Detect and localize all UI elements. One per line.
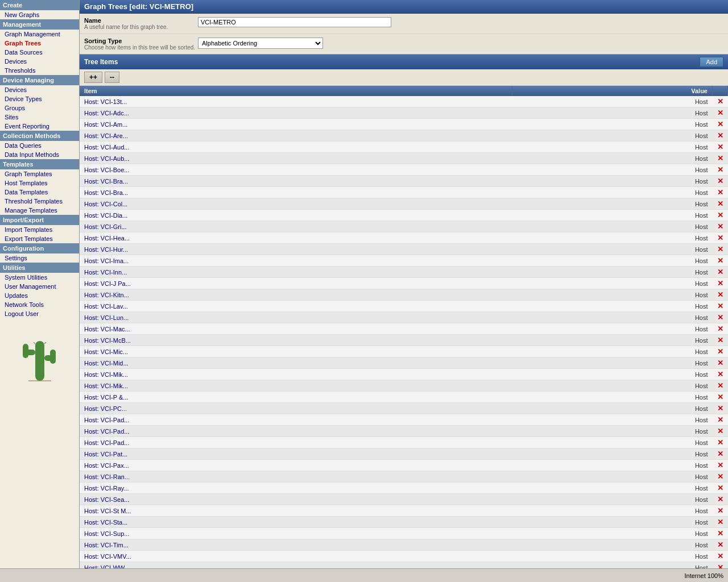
delete-icon[interactable]: ✕ [717, 302, 723, 310]
item-cell[interactable]: Host: VCI-Sup... [80, 528, 512, 539]
sidebar-item-import-templates[interactable]: Import Templates [0, 225, 79, 234]
delete-icon[interactable]: ✕ [717, 541, 723, 549]
delete-cell[interactable]: ✕ [713, 369, 728, 380]
item-cell[interactable]: Host: VCI-13t... [80, 96, 512, 107]
delete-cell[interactable]: ✕ [713, 210, 728, 221]
sidebar-item-data-sources[interactable]: Data Sources [0, 48, 79, 57]
delete-cell[interactable]: ✕ [713, 437, 728, 448]
delete-icon[interactable]: ✕ [717, 325, 723, 333]
item-cell[interactable]: Host: VCI-Mik... [80, 380, 512, 392]
delete-icon[interactable]: ✕ [717, 359, 723, 367]
item-cell[interactable]: Host: VCI-Boe... [80, 164, 512, 176]
delete-icon[interactable]: ✕ [717, 415, 723, 424]
delete-cell[interactable]: ✕ [713, 335, 728, 346]
delete-cell[interactable]: ✕ [713, 357, 728, 369]
delete-cell[interactable]: ✕ [713, 483, 728, 494]
delete-icon[interactable]: ✕ [717, 199, 723, 208]
delete-cell[interactable]: ✕ [713, 176, 728, 187]
delete-icon[interactable]: ✕ [717, 495, 723, 504]
delete-icon[interactable]: ✕ [717, 234, 723, 242]
item-cell[interactable]: Host: VCI-Aub... [80, 153, 512, 164]
delete-icon[interactable]: ✕ [717, 177, 723, 185]
item-cell[interactable]: Host: VCI-Kitn... [80, 289, 512, 301]
delete-cell[interactable]: ✕ [713, 403, 728, 414]
delete-icon[interactable]: ✕ [717, 143, 723, 151]
item-cell[interactable]: Host: VCI-Col... [80, 198, 512, 210]
delete-icon[interactable]: ✕ [717, 131, 723, 140]
sidebar-item-graph-trees[interactable]: Graph Trees [0, 39, 79, 48]
sidebar-item-event-reporting[interactable]: Event Reporting [0, 122, 79, 131]
delete-icon[interactable]: ✕ [717, 290, 723, 299]
sidebar-item-logout[interactable]: Logout User [0, 309, 79, 318]
item-cell[interactable]: Host: VCI-Pat... [80, 448, 512, 460]
item-cell[interactable]: Host: VCI-Sea... [80, 494, 512, 505]
delete-icon[interactable]: ✕ [717, 450, 723, 458]
item-cell[interactable]: Host: VCI-Mac... [80, 323, 512, 335]
delete-icon[interactable]: ✕ [717, 336, 723, 344]
item-cell[interactable]: Host: VCI-Adc... [80, 107, 512, 119]
delete-cell[interactable]: ✕ [713, 392, 728, 403]
delete-cell[interactable]: ✕ [713, 164, 728, 176]
sidebar-item-thresholds[interactable]: Thresholds [0, 66, 79, 75]
item-cell[interactable]: Host: VCI-Mik... [80, 369, 512, 380]
delete-cell[interactable]: ✕ [713, 198, 728, 210]
sidebar-item-updates[interactable]: Updates [0, 291, 79, 300]
item-cell[interactable]: Host: VCI-Inn... [80, 267, 512, 278]
delete-cell[interactable]: ✕ [713, 471, 728, 483]
item-cell[interactable]: Host: VCI-Bra... [80, 187, 512, 198]
delete-icon[interactable]: ✕ [717, 427, 723, 435]
delete-cell[interactable]: ✕ [713, 494, 728, 505]
sidebar-item-threshold-templates[interactable]: Threshold Templates [0, 197, 79, 206]
item-cell[interactable]: Host: VCI-WW... [80, 562, 512, 569]
sidebar-item-data-input-methods[interactable]: Data Input Methods [0, 150, 79, 159]
indent-increase-button[interactable]: ++ [84, 72, 102, 83]
delete-icon[interactable]: ✕ [717, 438, 723, 447]
delete-cell[interactable]: ✕ [713, 96, 728, 107]
delete-icon[interactable]: ✕ [717, 188, 723, 197]
sidebar-item-network-tools[interactable]: Network Tools [0, 300, 79, 309]
add-button[interactable]: Add [700, 57, 723, 67]
delete-icon[interactable]: ✕ [717, 529, 723, 538]
item-cell[interactable]: Host: VCI-Ray... [80, 483, 512, 494]
delete-icon[interactable]: ✕ [717, 154, 723, 163]
delete-cell[interactable]: ✕ [713, 551, 728, 562]
delete-icon[interactable]: ✕ [717, 245, 723, 253]
indent-decrease-button[interactable]: -- [105, 72, 119, 83]
delete-icon[interactable]: ✕ [717, 518, 723, 526]
delete-cell[interactable]: ✕ [713, 528, 728, 539]
item-cell[interactable]: Host: VCI-Ima... [80, 255, 512, 267]
delete-cell[interactable]: ✕ [713, 460, 728, 471]
delete-cell[interactable]: ✕ [713, 562, 728, 569]
delete-icon[interactable]: ✕ [717, 472, 723, 481]
sidebar-item-host-templates[interactable]: Host Templates [0, 178, 79, 188]
delete-icon[interactable]: ✕ [717, 120, 723, 128]
item-cell[interactable]: Host: VCI-Pad... [80, 414, 512, 426]
delete-cell[interactable]: ✕ [713, 289, 728, 301]
delete-cell[interactable]: ✕ [713, 107, 728, 119]
item-cell[interactable]: Host: VCI-Lun... [80, 312, 512, 323]
sidebar-item-sites[interactable]: Sites [0, 113, 79, 122]
item-cell[interactable]: Host: VCI-Tim... [80, 539, 512, 551]
delete-icon[interactable]: ✕ [717, 563, 723, 568]
sidebar-item-device-types[interactable]: Device Types [0, 94, 79, 103]
delete-cell[interactable]: ✕ [713, 414, 728, 426]
delete-icon[interactable]: ✕ [717, 256, 723, 265]
delete-icon[interactable]: ✕ [717, 313, 723, 322]
delete-icon[interactable]: ✕ [717, 404, 723, 413]
delete-icon[interactable]: ✕ [717, 552, 723, 560]
sidebar-item-graph-templates[interactable]: Graph Templates [0, 169, 79, 178]
delete-cell[interactable]: ✕ [713, 380, 728, 392]
delete-cell[interactable]: ✕ [713, 142, 728, 153]
item-cell[interactable]: Host: VCI-Gri... [80, 221, 512, 232]
delete-cell[interactable]: ✕ [713, 153, 728, 164]
delete-cell[interactable]: ✕ [713, 119, 728, 130]
delete-cell[interactable]: ✕ [713, 244, 728, 255]
delete-cell[interactable]: ✕ [713, 187, 728, 198]
delete-cell[interactable]: ✕ [713, 130, 728, 142]
item-cell[interactable]: Host: VCI-Lav... [80, 301, 512, 312]
sidebar-item-new-graphs[interactable]: New Graphs [0, 10, 79, 19]
item-cell[interactable]: Host: VCI-VMV... [80, 551, 512, 562]
delete-cell[interactable]: ✕ [713, 255, 728, 267]
item-cell[interactable]: Host: VCI-Ran... [80, 471, 512, 483]
sidebar-item-groups[interactable]: Groups [0, 103, 79, 113]
